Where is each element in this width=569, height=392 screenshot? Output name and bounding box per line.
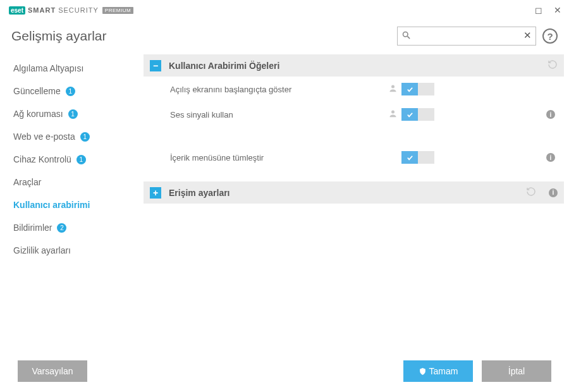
setting-label: Açılış ekranını başlangıçta göster <box>170 85 388 94</box>
info-icon[interactable]: i <box>546 110 555 119</box>
header: Gelişmiş ayarlar ✕ ? <box>0 20 569 54</box>
setting-splash-screen: Açılış ekranını başlangıçta göster <box>144 77 564 102</box>
default-button[interactable]: Varsayılan <box>18 360 87 382</box>
svg-point-3 <box>391 111 395 114</box>
section-ui-elements-header[interactable]: − Kullanıcı Arabirimi Öğeleri <box>144 54 564 77</box>
section-title: Kullanıcı Arabirimi Öğeleri <box>169 61 540 71</box>
search-box: ✕ <box>397 27 536 46</box>
sidebar-item-label: Bildirimler <box>13 223 52 233</box>
sidebar-item-ui[interactable]: Kullanıcı arabirimi <box>0 193 142 216</box>
toggle-off <box>418 83 434 95</box>
toggle-off <box>418 108 434 121</box>
toggle-on-icon <box>401 151 418 164</box>
search-input[interactable] <box>397 27 536 46</box>
badge: 1 <box>76 155 86 164</box>
shield-icon <box>419 367 427 376</box>
sidebar-item-label: Gizlilik ayarları <box>13 245 71 255</box>
sidebar-item-label: Cihaz Kontrolü <box>13 154 71 164</box>
sidebar-item-detection[interactable]: Algılama Altyapısı <box>0 57 142 80</box>
sidebar-item-device[interactable]: Cihaz Kontrolü 1 <box>0 148 142 171</box>
sidebar-item-update[interactable]: Güncelleme 1 <box>0 80 142 102</box>
sidebar-item-privacy[interactable]: Gizlilik ayarları <box>0 239 142 262</box>
page-title: Gelişmiş ayarlar <box>11 28 107 44</box>
sidebar-item-tools[interactable]: Araçlar <box>0 171 142 193</box>
info-icon[interactable]: i <box>546 153 555 162</box>
sidebar: Algılama Altyapısı Güncelleme 1 Ağ korum… <box>0 54 142 371</box>
help-icon[interactable]: ? <box>542 28 558 44</box>
badge: 1 <box>66 87 75 96</box>
content: − Kullanıcı Arabirimi Öğeleri Açılış ekr… <box>142 54 569 371</box>
toggle-on-icon <box>401 108 418 121</box>
window-controls: ◻ ✕ <box>535 5 561 15</box>
revert-icon[interactable] <box>548 59 558 71</box>
sidebar-item-web-email[interactable]: Web ve e-posta 1 <box>0 125 142 148</box>
section-title: Erişim ayarları <box>169 188 518 198</box>
svg-line-1 <box>407 36 410 39</box>
cancel-button[interactable]: İptal <box>482 360 551 382</box>
info-icon[interactable]: i <box>549 188 558 197</box>
per-user-icon <box>388 109 398 120</box>
sidebar-item-label: Güncelleme <box>13 86 61 96</box>
setting-label: İçerik menüsüne tümleştir <box>170 153 388 162</box>
badge: 1 <box>80 132 90 142</box>
expand-icon[interactable]: + <box>150 187 161 199</box>
clear-search-icon[interactable]: ✕ <box>523 30 532 41</box>
toggle-off <box>418 151 434 164</box>
per-user-icon <box>388 83 398 95</box>
sidebar-item-label: Algılama Altyapısı <box>13 63 83 73</box>
footer: Varsayılan Tamam İptal <box>0 350 569 392</box>
toggle-sound[interactable] <box>401 108 434 121</box>
search-icon <box>401 30 411 42</box>
brand: eset SMART SECURITY PREMIUM <box>9 6 133 15</box>
setting-label: Ses sinyali kullan <box>170 110 388 119</box>
search-wrap: ✕ ? <box>397 27 558 46</box>
setting-sound-signal: Ses sinyali kullan i <box>144 102 564 127</box>
brand-text: SMART SECURITY <box>28 6 99 14</box>
sidebar-item-label: Araçlar <box>13 177 41 187</box>
sidebar-item-label: Kullanıcı arabirimi <box>13 200 90 210</box>
section-access-header[interactable]: + Erişim ayarları i <box>144 181 564 204</box>
sidebar-item-network[interactable]: Ağ koruması 1 <box>0 102 142 125</box>
setting-context-menu: İçerik menüsüne tümleştir i <box>144 145 564 170</box>
sidebar-item-notifications[interactable]: Bildirimler 2 <box>0 216 142 239</box>
toggle-splash[interactable] <box>401 83 434 95</box>
brand-badge: eset <box>9 6 25 15</box>
svg-point-2 <box>391 85 395 89</box>
revert-icon[interactable] <box>526 187 536 199</box>
badge: 1 <box>68 109 78 119</box>
toggle-context-menu[interactable] <box>401 151 434 164</box>
collapse-icon[interactable]: − <box>150 60 161 71</box>
brand-premium: PREMIUM <box>102 7 133 14</box>
badge: 2 <box>57 223 66 233</box>
sidebar-item-label: Ağ koruması <box>13 109 63 119</box>
maximize-icon[interactable]: ◻ <box>535 5 542 15</box>
close-icon[interactable]: ✕ <box>554 5 561 15</box>
main: Algılama Altyapısı Güncelleme 1 Ağ korum… <box>0 54 569 371</box>
svg-point-0 <box>403 32 408 37</box>
sidebar-item-label: Web ve e-posta <box>13 132 75 142</box>
ok-button[interactable]: Tamam <box>403 360 473 382</box>
titlebar: eset SMART SECURITY PREMIUM ◻ ✕ <box>0 0 569 20</box>
toggle-on-icon <box>401 83 418 95</box>
